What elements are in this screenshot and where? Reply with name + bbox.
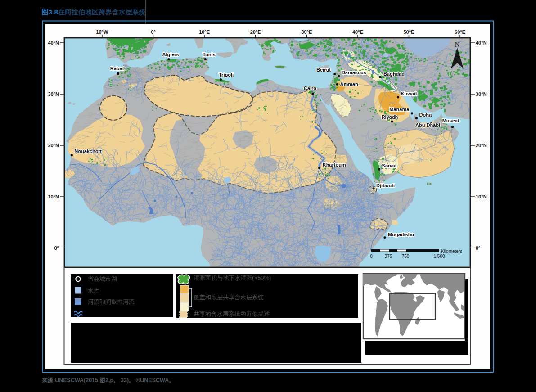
svg-text:Tunis: Tunis: [203, 52, 216, 57]
svg-text:375: 375: [385, 254, 392, 259]
svg-text:Djibouti: Djibouti: [376, 183, 395, 188]
svg-text:灌溉面积与地下水灌溉(>50%): 灌溉面积与地下水灌溉(>50%): [194, 275, 271, 281]
svg-text:Muscat: Muscat: [442, 118, 459, 123]
svg-text:750: 750: [402, 254, 410, 259]
svg-text:Mogadishu: Mogadishu: [388, 232, 414, 237]
svg-text:20°N: 20°N: [48, 143, 59, 148]
svg-text:Nouakchott: Nouakchott: [74, 149, 102, 154]
svg-text:N: N: [455, 41, 460, 48]
svg-text:Riyadh: Riyadh: [382, 114, 398, 120]
svg-text:10°N: 10°N: [476, 194, 487, 199]
svg-text:10°E: 10°E: [199, 29, 210, 35]
svg-text:0: 0: [370, 254, 373, 259]
svg-text:30°N: 30°N: [476, 91, 487, 97]
svg-text:0°: 0°: [476, 245, 481, 251]
svg-text:1,500: 1,500: [433, 254, 445, 259]
svg-text:60°E: 60°E: [455, 29, 465, 35]
svg-text:Amman: Amman: [340, 81, 359, 87]
svg-text:Damascus: Damascus: [342, 70, 366, 75]
svg-text:Algiers: Algiers: [162, 52, 179, 57]
svg-text:Cairo: Cairo: [304, 86, 316, 91]
svg-text:Khartoum: Khartoum: [323, 162, 346, 167]
svg-text:省会城市湖: 省会城市湖: [88, 275, 117, 282]
svg-text:Doha: Doha: [419, 112, 432, 117]
svg-text:Sanaa: Sanaa: [382, 163, 397, 168]
svg-text:河流和间歇性河流: 河流和间歇性河流: [88, 298, 135, 305]
svg-text:共享的含水层系统的近似描述: 共享的含水层系统的近似描述: [194, 311, 270, 317]
svg-text:30°E: 30°E: [301, 29, 312, 35]
svg-text:20°N: 20°N: [476, 143, 487, 148]
svg-text:Abu Dhabi: Abu Dhabi: [415, 122, 440, 128]
svg-text:Beirut: Beirut: [316, 67, 331, 72]
svg-text:覆盖和底层共享含水层系统: 覆盖和底层共享含水层系统: [194, 294, 264, 301]
svg-text:0°: 0°: [54, 245, 59, 251]
svg-text:30°N: 30°N: [48, 91, 59, 97]
svg-text:40°N: 40°N: [48, 40, 59, 45]
svg-text:40°N: 40°N: [476, 40, 487, 45]
svg-text:50°E: 50°E: [404, 29, 414, 35]
svg-text:Kilometers: Kilometers: [441, 249, 462, 254]
svg-text:图3.8在阿拉伯地区跨界含水层系统: 图3.8在阿拉伯地区跨界含水层系统: [42, 8, 146, 16]
svg-text:Baghdad: Baghdad: [383, 71, 405, 77]
svg-text:10°W: 10°W: [96, 29, 108, 35]
svg-text:Rabat: Rabat: [110, 66, 124, 71]
svg-text:水库: 水库: [88, 287, 99, 294]
svg-text:Manama: Manama: [389, 107, 410, 112]
svg-text:Tripoli: Tripoli: [219, 72, 234, 77]
svg-text:20°E: 20°E: [250, 29, 261, 35]
svg-text:0°: 0°: [151, 29, 156, 35]
svg-text:10°N: 10°N: [48, 194, 59, 199]
svg-text:Kuwait: Kuwait: [401, 91, 417, 96]
svg-text:来源:UNESCWA(2015,图2,p。 33)。 ©UN: 来源:UNESCWA(2015,图2,p。 33)。 ©UNESCWA。: [41, 377, 175, 383]
svg-text:40°E: 40°E: [352, 29, 363, 35]
